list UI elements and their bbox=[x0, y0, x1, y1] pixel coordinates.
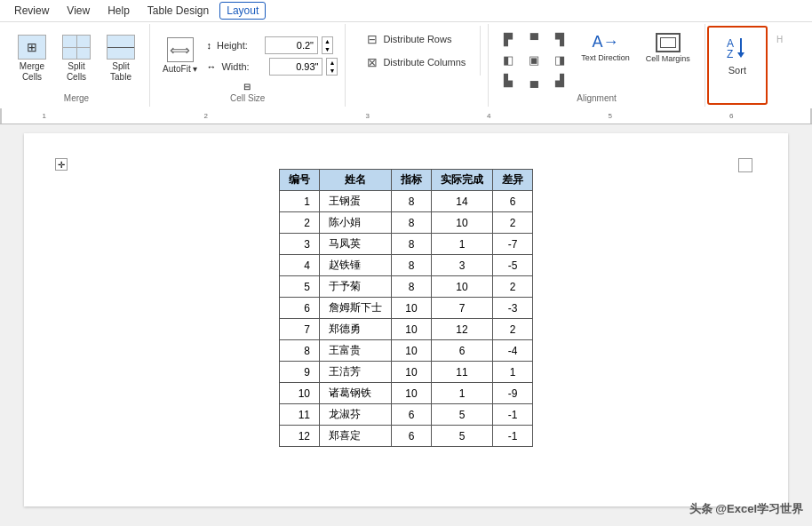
table-cell: 10 bbox=[392, 340, 432, 362]
sort-button[interactable]: A Z Sort bbox=[716, 29, 759, 81]
table-cell: 6 bbox=[392, 426, 432, 447]
align-bottom-right[interactable]: ▟ bbox=[547, 70, 572, 90]
align-bottom-center[interactable]: ▄ bbox=[521, 70, 546, 90]
table-cell: 郑喜定 bbox=[320, 426, 392, 447]
menu-table-design[interactable]: Table Design bbox=[140, 2, 216, 20]
table-row: 8王富贵106-4 bbox=[280, 340, 533, 362]
split-table-label: SplitTable bbox=[110, 61, 131, 83]
align-middle-center[interactable]: ▣ bbox=[521, 50, 546, 69]
height-input[interactable] bbox=[265, 36, 318, 54]
table-cell: 8 bbox=[280, 340, 320, 362]
menu-bar: Review View Help Table Design Layout bbox=[0, 0, 812, 22]
height-down[interactable]: ▼ bbox=[322, 45, 332, 53]
width-spinner[interactable]: ▲ ▼ bbox=[326, 58, 338, 76]
table-row: 6詹姆斯下士107-3 bbox=[280, 298, 533, 319]
cell-margins-icon bbox=[656, 33, 681, 52]
table-cell: 14 bbox=[432, 191, 493, 212]
table-cell: 8 bbox=[392, 191, 432, 212]
cellsize-group-label: Cell Size bbox=[227, 92, 268, 105]
table-row: 2陈小娟8102 bbox=[280, 212, 533, 234]
merge-cells-button[interactable]: ⊞ MergeCells bbox=[11, 31, 53, 86]
distribute-cols-button[interactable]: ⊠ Distribute Columns bbox=[360, 52, 473, 72]
table-cell: 10 bbox=[392, 298, 432, 319]
ruler-tick-1: 1 bbox=[43, 112, 46, 120]
merge-cells-label: MergeCells bbox=[20, 61, 44, 83]
table-cell: 詹姆斯下士 bbox=[320, 298, 392, 319]
sort-icon: A Z bbox=[725, 35, 750, 63]
split-table-button[interactable]: SplitTable bbox=[100, 31, 142, 86]
table-cell: 10 bbox=[392, 383, 432, 404]
table-row: 4赵铁锤83-5 bbox=[280, 255, 533, 276]
merge-group-label: Merge bbox=[60, 92, 92, 105]
align-bottom-left[interactable]: ▙ bbox=[496, 70, 521, 90]
table-header-row: 编号姓名指标实际完成差异 bbox=[280, 170, 533, 191]
table-cell: 10 bbox=[392, 319, 432, 340]
table-cell: 郑德勇 bbox=[320, 319, 392, 340]
text-direction-button[interactable]: A→ Text Direction bbox=[574, 29, 637, 67]
table-move-handle[interactable]: ✛ bbox=[55, 158, 68, 171]
cell-size-expand[interactable]: ⊟ bbox=[243, 82, 251, 92]
autofit-icon: ⟺ bbox=[167, 37, 194, 62]
align-middle-right[interactable]: ◨ bbox=[547, 50, 572, 69]
table-cell: 于予菊 bbox=[320, 276, 392, 298]
menu-layout[interactable]: Layout bbox=[219, 2, 266, 20]
ribbon: ⊞ MergeCells SplitCells bbox=[0, 22, 812, 108]
table-cell: 5 bbox=[280, 276, 320, 298]
table-cell: -3 bbox=[493, 298, 533, 319]
align-top-left[interactable]: ▛ bbox=[496, 29, 521, 49]
ruler-tick-5: 5 bbox=[609, 112, 612, 120]
menu-view[interactable]: View bbox=[60, 2, 97, 20]
align-top-center[interactable]: ▀ bbox=[521, 29, 546, 49]
height-spinner[interactable]: ▲ ▼ bbox=[322, 36, 333, 54]
distribute-buttons: ⊟ Distribute Rows ⊠ Distribute Columns bbox=[353, 26, 481, 76]
table-cell: 2 bbox=[493, 276, 533, 298]
table-cell: 王钢蛋 bbox=[320, 191, 392, 212]
table-cell: -4 bbox=[493, 340, 533, 362]
ribbon-group-distribute: ⊟ Distribute Rows ⊠ Distribute Columns bbox=[346, 24, 489, 107]
height-up[interactable]: ▲ bbox=[322, 37, 332, 45]
split-cells-label: SplitCells bbox=[67, 61, 86, 83]
table-cell: 马凤英 bbox=[320, 234, 392, 255]
cell-margins-button[interactable]: Cell Margins bbox=[639, 29, 697, 68]
table-cell: 王洁芳 bbox=[320, 362, 392, 383]
menu-help[interactable]: Help bbox=[100, 2, 137, 20]
ruler-tick-4: 4 bbox=[487, 112, 490, 120]
merge-cells-icon: ⊞ bbox=[18, 35, 46, 60]
table-header-cell: 编号 bbox=[280, 170, 320, 191]
split-cells-button[interactable]: SplitCells bbox=[55, 31, 98, 86]
height-icon: ↕ bbox=[206, 40, 211, 51]
width-input[interactable] bbox=[269, 58, 322, 76]
distribute-cols-icon: ⊠ bbox=[367, 55, 378, 69]
table-cell: 1 bbox=[493, 362, 533, 383]
table-cell: 1 bbox=[432, 234, 493, 255]
align-grid: ▛ ▀ ▜ ◧ ▣ ◨ ▙ ▄ ▟ bbox=[496, 29, 572, 90]
table-row: 9王洁芳10111 bbox=[280, 362, 533, 383]
distribute-rows-button[interactable]: ⊟ Distribute Rows bbox=[360, 29, 473, 49]
sort-label: Sort bbox=[728, 65, 746, 76]
height-row: ↕ Height: ▲ ▼ bbox=[206, 36, 338, 54]
table-cell: 10 bbox=[432, 276, 493, 298]
align-top-right[interactable]: ▜ bbox=[547, 29, 572, 49]
ribbon-group-alignment: ▛ ▀ ▜ ◧ ▣ ◨ ▙ ▄ ▟ A→ Text Direction bbox=[489, 24, 705, 107]
menu-review[interactable]: Review bbox=[7, 2, 56, 20]
text-direction-label: Text Direction bbox=[581, 53, 630, 63]
page-corner-handle bbox=[738, 158, 752, 172]
table-cell: 10 bbox=[392, 362, 432, 383]
table-row: 11龙淑芬65-1 bbox=[280, 404, 533, 426]
ribbon-group-merge: ⊞ MergeCells SplitCells bbox=[4, 24, 150, 107]
table-cell: 6 bbox=[392, 404, 432, 426]
table-cell: 11 bbox=[432, 362, 493, 383]
ruler-tick-6: 6 bbox=[729, 112, 733, 120]
table-cell: 3 bbox=[432, 255, 493, 276]
width-up[interactable]: ▲ bbox=[327, 59, 337, 67]
width-down[interactable]: ▼ bbox=[327, 67, 337, 75]
width-row: ↔ Width: ▲ ▼ bbox=[206, 58, 338, 76]
table-cell: 王富贵 bbox=[320, 340, 392, 362]
table-cell: 12 bbox=[280, 426, 320, 447]
table-row: 3马凤英81-7 bbox=[280, 234, 533, 255]
table-cell: 10 bbox=[432, 212, 493, 234]
autofit-button[interactable]: ⟺ AutoFit ▾ bbox=[157, 34, 203, 77]
table-row: 12郑喜定65-1 bbox=[280, 426, 533, 447]
watermark: 头条 @Excel学习世界 bbox=[689, 501, 803, 517]
align-middle-left[interactable]: ◧ bbox=[496, 50, 521, 69]
